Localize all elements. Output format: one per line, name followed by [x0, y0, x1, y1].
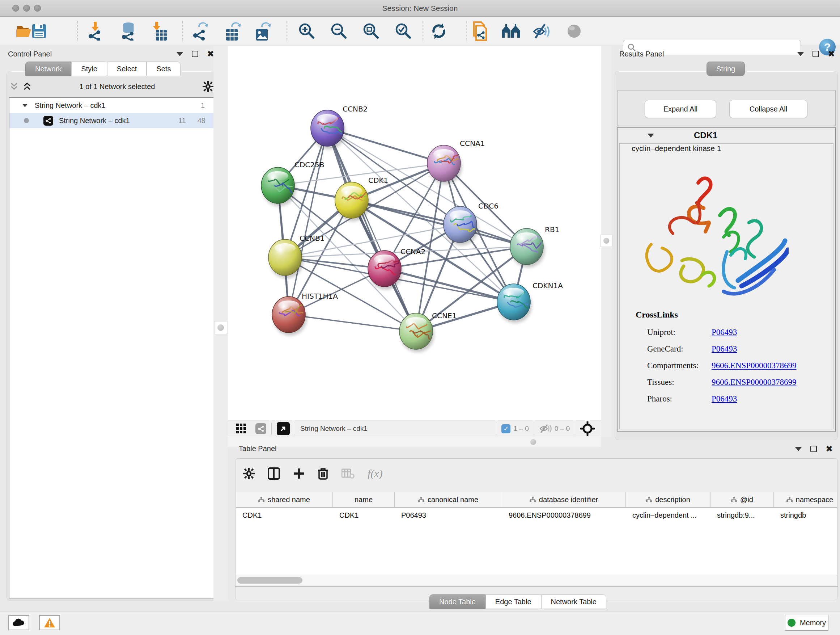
network-node-CCNA2[interactable]	[368, 250, 403, 290]
left-splitter-handle[interactable]	[214, 321, 227, 334]
table-cell[interactable]: stringdb	[774, 508, 837, 523]
list-attribute-icon	[258, 496, 264, 504]
apply-function-icon[interactable]: f(x)	[368, 467, 383, 480]
network-edge-CCNB2-HIST1H1A[interactable]	[289, 128, 327, 315]
scrollbar-thumb[interactable]	[237, 577, 302, 584]
network-node-CCNE1[interactable]	[399, 313, 434, 352]
table-row[interactable]: CDK1CDK1P064939606.ENSP00000378699cyclin…	[236, 508, 837, 523]
memory-button[interactable]: Memory	[785, 615, 829, 631]
crosslink-link[interactable]: P06493	[712, 328, 737, 337]
network-view-icon[interactable]	[256, 423, 266, 434]
network-edge-CCNB2-CCNE1[interactable]	[327, 128, 416, 331]
zoom-selected-icon[interactable]	[393, 21, 414, 41]
refresh-view-icon[interactable]	[429, 21, 449, 41]
float-panel-icon[interactable]	[810, 446, 817, 452]
show-columns-icon[interactable]	[268, 467, 280, 480]
network-node-CCNA1[interactable]	[427, 145, 462, 184]
network-node-HIST1H1A[interactable]	[272, 296, 307, 336]
tab-style[interactable]: Style	[71, 62, 107, 76]
table-cell[interactable]: CDK1	[333, 508, 395, 523]
tab-sets[interactable]: Sets	[147, 62, 180, 76]
save-session-icon[interactable]	[29, 21, 49, 41]
panel-menu-icon[interactable]	[795, 447, 802, 451]
table-cell[interactable]: cyclin–dependent ...	[626, 508, 711, 523]
close-panel-icon[interactable]: ✖	[826, 446, 833, 452]
import-table-from-file-icon[interactable]	[149, 21, 169, 41]
tab-select[interactable]: Select	[107, 62, 147, 76]
add-column-icon[interactable]	[293, 468, 305, 479]
collapse-all-button[interactable]: Collapse All	[729, 100, 807, 118]
tree-expand-icon[interactable]	[22, 104, 27, 107]
network-node-CDC25B[interactable]	[261, 167, 296, 206]
clone-network-icon[interactable]	[470, 21, 490, 41]
float-panel-icon[interactable]	[813, 51, 819, 57]
show-hide-graphics-details-icon[interactable]	[532, 21, 553, 41]
network-node-CDC6[interactable]	[444, 206, 478, 245]
zoom-fit-content-icon[interactable]	[361, 21, 381, 41]
collapse-all-networks-icon[interactable]	[9, 82, 19, 91]
tab-edge-table[interactable]: Edge Table	[485, 594, 541, 609]
export-network-icon[interactable]	[191, 21, 211, 41]
expand-all-networks-icon[interactable]	[22, 82, 32, 91]
column-header-canonical-name[interactable]: canonical name	[395, 492, 502, 507]
import-network-from-database-icon[interactable]	[118, 21, 139, 41]
zoom-out-icon[interactable]	[329, 21, 349, 41]
close-panel-icon[interactable]: ✖	[828, 51, 835, 57]
hidden-items-eye-icon[interactable]	[539, 424, 552, 433]
tab-string[interactable]: String	[706, 62, 745, 76]
table-cell[interactable]: CDK1	[236, 508, 333, 523]
table-horizontal-scrollbar[interactable]	[236, 575, 837, 585]
right-splitter-handle[interactable]	[600, 234, 613, 247]
crosslink-link[interactable]: P06493	[712, 394, 737, 404]
network-node-CDKN1A[interactable]	[497, 284, 532, 323]
zoom-in-icon[interactable]	[297, 21, 317, 41]
network-tree-parent-row[interactable]: String Network – cdk1 1	[9, 98, 213, 113]
cloud-status-button[interactable]	[8, 615, 29, 630]
network-edge-HIST1H1A-CCNE1[interactable]	[289, 315, 416, 331]
birds-eye-view-icon[interactable]	[277, 422, 290, 435]
crosslink-link[interactable]: P06493	[712, 344, 737, 354]
table-cell[interactable]: P06493	[395, 508, 502, 523]
table-cell[interactable]: 9606.ENSP00000378699	[502, 508, 626, 523]
network-options-gear-icon[interactable]	[202, 81, 213, 92]
network-node-CCNB2[interactable]	[311, 110, 346, 149]
selected-items-checkbox-icon[interactable]: ✓	[501, 424, 510, 433]
collapse-gene-icon[interactable]	[647, 134, 654, 138]
network-node-RB1[interactable]	[510, 228, 545, 268]
network-canvas[interactable]: CCNB2CCNA1CDC25BCDK1CDC6RB1CCNB1CCNA2CDK…	[228, 46, 601, 420]
birds-eye-toggle-icon[interactable]	[564, 21, 584, 41]
tab-network[interactable]: Network	[25, 62, 71, 76]
network-tree-child-row[interactable]: String Network – cdk1 11 48	[9, 113, 213, 128]
tab-node-table[interactable]: Node Table	[429, 594, 485, 609]
create-nested-network-icon[interactable]	[501, 21, 521, 41]
horizontal-splitter[interactable]	[228, 437, 601, 447]
crosslink-link[interactable]: 9606.ENSP00000378699	[712, 361, 797, 371]
node-count: 11	[178, 117, 186, 125]
pan-crosshair-icon[interactable]	[580, 421, 595, 436]
panel-menu-icon[interactable]	[177, 52, 183, 56]
table-settings-gear-icon[interactable]	[243, 468, 255, 479]
column-header-shared-name[interactable]: shared name	[236, 492, 333, 507]
statusbar-separator	[534, 423, 534, 435]
import-network-from-file-icon[interactable]	[85, 21, 106, 41]
export-table-icon[interactable]	[223, 21, 243, 41]
column-header-name[interactable]: name	[333, 492, 395, 507]
tab-network-table[interactable]: Network Table	[541, 594, 606, 609]
expand-all-button[interactable]: Expand All	[645, 100, 716, 118]
table-cell[interactable]: stringdb:9...	[711, 508, 774, 523]
warnings-button[interactable]	[39, 615, 60, 630]
export-image-icon[interactable]	[253, 21, 273, 41]
crosslink-link[interactable]: 9606.ENSP00000378699	[712, 378, 797, 387]
column-header-description[interactable]: description	[626, 492, 711, 507]
column-header-namespace[interactable]: namespace	[774, 492, 837, 507]
gene-section-header[interactable]: CDK1	[617, 127, 836, 143]
column-header-@id[interactable]: @id	[711, 492, 774, 507]
panel-menu-icon[interactable]	[797, 52, 804, 56]
float-panel-icon[interactable]	[192, 51, 198, 57]
delete-table-icon[interactable]	[341, 468, 355, 479]
network-node-CDK1[interactable]	[335, 182, 370, 221]
grid-view-icon[interactable]	[236, 423, 247, 434]
horizontal-splitter-handle[interactable]	[531, 439, 536, 445]
delete-column-icon[interactable]	[317, 467, 328, 480]
column-header-database-identifier[interactable]: database identifier	[502, 492, 626, 507]
